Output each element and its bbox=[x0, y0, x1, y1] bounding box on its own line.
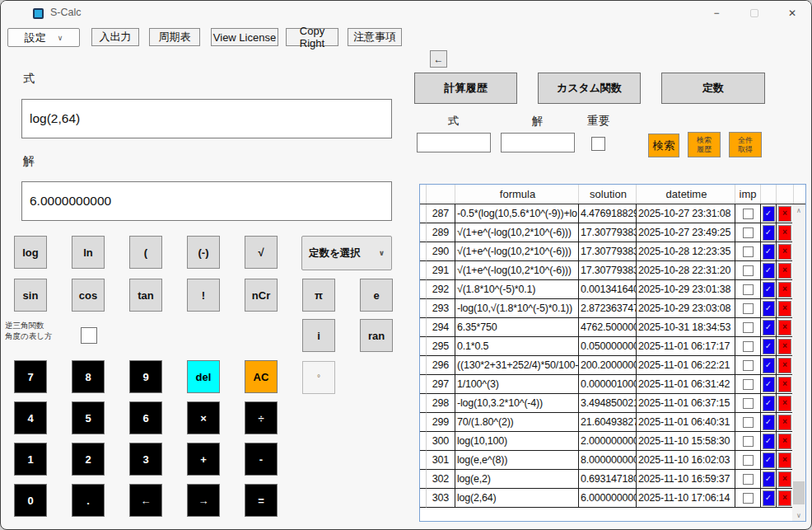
row-formula[interactable]: 6.35*750 bbox=[455, 318, 579, 337]
row-important-checkbox[interactable] bbox=[743, 322, 754, 333]
fetch-all-button[interactable]: 全件 取得 bbox=[729, 132, 762, 157]
row-header-strip[interactable] bbox=[420, 261, 427, 280]
row-datetime[interactable]: 2025-11-10 17:06:14 bbox=[637, 489, 735, 508]
copyright-button[interactable]: Copy Right bbox=[286, 28, 338, 46]
num-2-key[interactable]: 2 bbox=[72, 443, 105, 476]
scrollbar-thumb[interactable] bbox=[793, 481, 805, 504]
row-datetime[interactable]: 2025-11-10 15:58:30 bbox=[637, 432, 735, 451]
row-delete-button[interactable]: × bbox=[778, 396, 791, 411]
inverse-trig-checkbox[interactable] bbox=[81, 327, 97, 344]
pi-key[interactable]: π bbox=[302, 279, 335, 312]
row-important-checkbox[interactable] bbox=[743, 417, 754, 428]
row-header-strip[interactable] bbox=[420, 280, 427, 299]
row-restore-button[interactable]: ✓ bbox=[763, 244, 775, 260]
num-0-key[interactable]: 0 bbox=[14, 484, 47, 517]
row-important-checkbox[interactable] bbox=[743, 209, 754, 219]
row-restore-button[interactable]: ✓ bbox=[763, 206, 775, 222]
row-formula[interactable]: 0.1*0.5 bbox=[455, 337, 579, 356]
row-delete-button[interactable]: × bbox=[778, 339, 791, 354]
row-datetime[interactable]: 2025-10-29 23:03:08 bbox=[637, 299, 735, 318]
row-datetime[interactable]: 2025-11-01 06:22:21 bbox=[637, 356, 735, 375]
close-button[interactable]: ✕ bbox=[773, 1, 811, 26]
num-1-key[interactable]: 1 bbox=[14, 443, 47, 476]
search-history-button[interactable]: 検索 履歴 bbox=[688, 132, 721, 157]
scroll-down-icon[interactable]: ∨ bbox=[792, 509, 805, 521]
solution-output[interactable] bbox=[21, 181, 392, 221]
row-datetime[interactable]: 2025-10-28 12:23:35 bbox=[637, 242, 735, 261]
search-button[interactable]: 検索 bbox=[648, 134, 679, 157]
search-solution-input[interactable] bbox=[501, 133, 575, 152]
num-9-key[interactable]: 9 bbox=[129, 360, 162, 393]
num-3-key[interactable]: 3 bbox=[129, 443, 162, 476]
view-license-button[interactable]: View License bbox=[211, 28, 278, 46]
constant-select-dropdown[interactable]: 定数を選択 ∨ bbox=[301, 236, 392, 270]
row-formula[interactable]: log(e,2) bbox=[455, 470, 579, 489]
row-header-strip[interactable] bbox=[420, 413, 427, 432]
row-header-strip[interactable] bbox=[420, 223, 427, 242]
calc-history-button[interactable]: 計算履歴 bbox=[414, 73, 517, 104]
row-delete-button[interactable]: × bbox=[778, 282, 791, 298]
row-datetime[interactable]: 2025-11-01 06:40:31 bbox=[637, 413, 735, 432]
num-6-key[interactable]: 6 bbox=[129, 401, 162, 434]
row-formula[interactable]: ((130*2+31+252/4)*50/100- bbox=[455, 356, 579, 375]
row-solution[interactable]: 17.3077938316 bbox=[579, 242, 637, 261]
row-restore-button[interactable]: ✓ bbox=[763, 263, 775, 279]
row-delete-button[interactable]: × bbox=[778, 471, 791, 487]
row-solution[interactable]: 4.4769188299 bbox=[579, 204, 637, 223]
row-restore-button[interactable]: ✓ bbox=[763, 396, 775, 411]
row-solution[interactable]: 0.0000010000 bbox=[579, 375, 637, 394]
row-header-strip[interactable] bbox=[420, 489, 427, 508]
row-header-strip[interactable] bbox=[420, 451, 427, 470]
row-formula[interactable]: log(10,100) bbox=[455, 432, 579, 451]
row-header-strip[interactable] bbox=[420, 318, 427, 337]
row-restore-button[interactable]: ✓ bbox=[763, 282, 775, 298]
cursor-left-key[interactable]: ← bbox=[129, 484, 162, 517]
row-solution[interactable]: 200.20000000 bbox=[579, 356, 637, 375]
i-key[interactable]: i bbox=[302, 319, 335, 352]
header-formula[interactable]: formula bbox=[455, 185, 579, 204]
row-formula[interactable]: -log(10,√(1.8*10^(-5)*0.1)) bbox=[455, 299, 579, 318]
row-restore-button[interactable]: ✓ bbox=[763, 225, 775, 241]
row-restore-button[interactable]: ✓ bbox=[763, 471, 775, 487]
row-delete-button[interactable]: × bbox=[778, 490, 791, 506]
row-formula[interactable]: √(1+e^(-log(10,2*10^(-6))) bbox=[455, 261, 579, 280]
log-key[interactable]: log bbox=[14, 236, 47, 269]
row-solution[interactable]: 17.3077938316 bbox=[579, 261, 637, 280]
row-formula[interactable]: 1/100^(3) bbox=[455, 375, 579, 394]
row-header-strip[interactable] bbox=[420, 375, 427, 394]
ncr-key[interactable]: nCr bbox=[245, 279, 278, 312]
maximize-button[interactable] bbox=[735, 1, 773, 26]
row-delete-button[interactable]: × bbox=[778, 244, 791, 260]
row-important-checkbox[interactable] bbox=[743, 284, 754, 295]
row-datetime[interactable]: 2025-11-01 06:31:42 bbox=[637, 375, 735, 394]
cursor-right-key[interactable]: → bbox=[187, 484, 220, 517]
row-important-checkbox[interactable] bbox=[743, 227, 754, 238]
row-header-strip[interactable] bbox=[420, 432, 427, 451]
row-solution[interactable]: 0.6931471806 bbox=[579, 470, 637, 489]
periodic-table-button[interactable]: 周期表 bbox=[149, 28, 200, 46]
negate-key[interactable]: (-) bbox=[187, 236, 220, 269]
divide-key[interactable]: ÷ bbox=[245, 401, 278, 434]
constants-button[interactable]: 定数 bbox=[661, 73, 765, 104]
row-delete-button[interactable]: × bbox=[778, 434, 791, 449]
row-formula[interactable]: -log(10,3.2*10^(-4)) bbox=[455, 394, 579, 413]
cos-key[interactable]: cos bbox=[72, 279, 105, 312]
minus-key[interactable]: - bbox=[245, 443, 278, 476]
ran-key[interactable]: ran bbox=[360, 319, 393, 352]
row-datetime[interactable]: 2025-11-01 06:37:15 bbox=[637, 394, 735, 413]
header-datetime[interactable]: datetime bbox=[637, 185, 735, 204]
row-solution[interactable]: 21.6049382716 bbox=[579, 413, 637, 432]
row-delete-button[interactable]: × bbox=[778, 358, 791, 373]
row-delete-button[interactable]: × bbox=[778, 263, 791, 279]
notes-button[interactable]: 注意事項 bbox=[348, 28, 402, 46]
decimal-key[interactable]: . bbox=[72, 484, 105, 517]
row-delete-button[interactable]: × bbox=[778, 206, 791, 222]
row-restore-button[interactable]: ✓ bbox=[763, 377, 775, 392]
row-formula[interactable]: 70/(1.80^(2)) bbox=[455, 413, 579, 432]
sqrt-key[interactable]: √ bbox=[245, 236, 278, 269]
delete-key[interactable]: del bbox=[187, 360, 220, 393]
all-clear-key[interactable]: AC bbox=[245, 360, 278, 393]
search-important-checkbox[interactable] bbox=[591, 137, 605, 151]
row-important-checkbox[interactable] bbox=[743, 303, 754, 314]
row-formula[interactable]: log(2,64) bbox=[455, 489, 579, 508]
